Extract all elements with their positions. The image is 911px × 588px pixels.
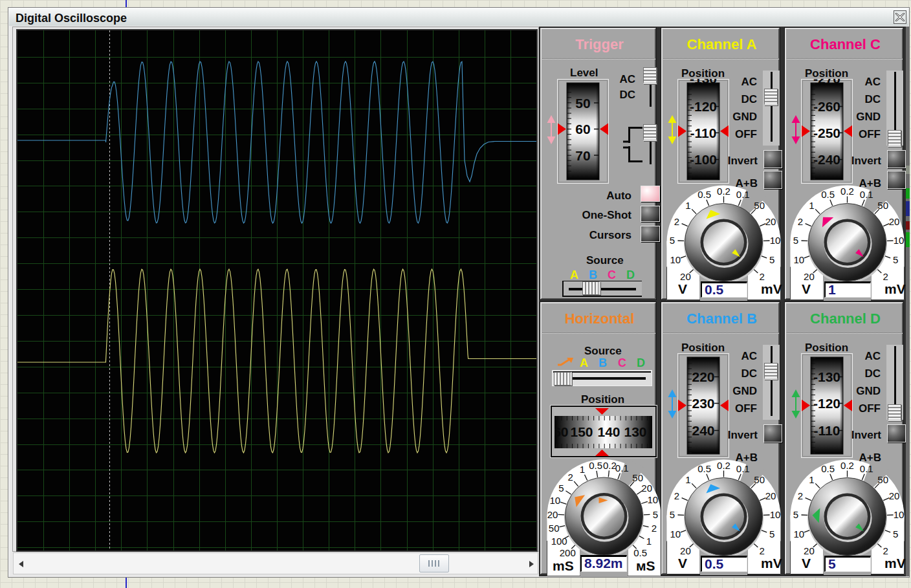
svg-text:200: 200: [560, 547, 576, 558]
svg-text:50: 50: [877, 200, 888, 211]
svg-text:50: 50: [575, 96, 590, 111]
svg-text:2: 2: [674, 216, 679, 227]
svg-text:20: 20: [641, 483, 652, 494]
svg-text:5: 5: [893, 254, 898, 265]
svg-text:2: 2: [759, 271, 764, 282]
svg-text:10: 10: [549, 495, 560, 506]
svg-text:5: 5: [653, 509, 658, 520]
svg-text:20: 20: [804, 271, 815, 282]
svg-text:0.5: 0.5: [589, 460, 602, 471]
svg-text:2: 2: [798, 216, 803, 227]
svg-text:0.2: 0.2: [717, 460, 730, 471]
svg-text:10: 10: [793, 254, 804, 265]
svg-text:5: 5: [670, 235, 675, 246]
svg-text:0.1: 0.1: [860, 463, 873, 474]
svg-text:-130: -130: [690, 79, 717, 86]
svg-text:20: 20: [680, 545, 691, 556]
svg-text:20: 20: [804, 545, 815, 556]
svg-text:1: 1: [809, 200, 814, 211]
svg-text:2: 2: [652, 523, 657, 534]
svg-text:5: 5: [793, 509, 798, 520]
svg-text:230: 230: [692, 396, 714, 411]
svg-text:130: 130: [624, 424, 646, 439]
svg-text:0.5: 0.5: [697, 189, 711, 200]
svg-text:0.1: 0.1: [736, 189, 750, 200]
svg-text:10: 10: [670, 528, 681, 539]
svg-text:100: 100: [551, 536, 567, 547]
svg-text:0.5: 0.5: [821, 189, 835, 200]
svg-text:0.2: 0.2: [603, 460, 617, 471]
svg-text:-110: -110: [690, 125, 717, 140]
svg-text:5: 5: [893, 528, 898, 539]
svg-text:1: 1: [685, 474, 690, 485]
svg-text:0.1: 0.1: [736, 463, 750, 474]
svg-text:5: 5: [670, 509, 675, 520]
svg-text:0.1: 0.1: [615, 463, 629, 474]
svg-text:10: 10: [770, 509, 781, 520]
svg-text:140: 140: [597, 424, 620, 439]
svg-text:5: 5: [769, 254, 774, 265]
svg-text:20: 20: [765, 216, 776, 227]
svg-text:-120: -120: [813, 396, 840, 411]
svg-text:150: 150: [570, 424, 593, 439]
svg-text:60: 60: [575, 122, 590, 136]
svg-text:1: 1: [685, 200, 690, 211]
svg-text:2: 2: [674, 490, 679, 501]
svg-text:220: 220: [692, 369, 714, 384]
svg-text:2: 2: [798, 490, 803, 501]
svg-text:0.5: 0.5: [697, 463, 711, 474]
svg-text:1: 1: [646, 536, 652, 547]
svg-text:2: 2: [568, 472, 573, 483]
svg-text:1: 1: [809, 474, 814, 485]
svg-text:-100: -100: [690, 152, 717, 167]
svg-text:0.1: 0.1: [860, 189, 873, 200]
svg-text:2: 2: [759, 545, 764, 556]
svg-text:20: 20: [889, 216, 900, 227]
svg-text:50: 50: [754, 474, 765, 485]
svg-text:1: 1: [580, 464, 585, 475]
svg-text:160: 160: [554, 424, 569, 439]
svg-text:50: 50: [632, 472, 643, 483]
svg-text:0.2: 0.2: [840, 186, 854, 197]
svg-text:10: 10: [793, 528, 804, 539]
svg-text:0.2: 0.2: [717, 186, 730, 197]
svg-text:50: 50: [754, 200, 765, 211]
svg-text:240: 240: [692, 423, 714, 438]
svg-text:70: 70: [575, 148, 590, 163]
svg-text:5: 5: [793, 235, 798, 246]
svg-text:-270: -270: [813, 79, 840, 86]
svg-text:10: 10: [647, 494, 658, 505]
svg-text:2: 2: [883, 545, 888, 556]
svg-text:-120: -120: [690, 99, 717, 114]
svg-text:-130: -130: [813, 369, 840, 384]
svg-text:20: 20: [765, 490, 776, 501]
svg-text:0.2: 0.2: [840, 460, 854, 471]
svg-text:5: 5: [558, 483, 564, 494]
svg-text:50: 50: [877, 474, 888, 485]
svg-text:20: 20: [889, 490, 900, 501]
svg-text:-110: -110: [814, 423, 840, 438]
svg-text:20: 20: [680, 271, 691, 282]
svg-text:20: 20: [547, 509, 558, 520]
svg-text:-250: -250: [813, 125, 840, 140]
svg-text:5: 5: [769, 528, 774, 539]
svg-text:0.5: 0.5: [821, 463, 835, 474]
svg-text:2: 2: [883, 271, 888, 282]
svg-text:10: 10: [770, 235, 781, 246]
svg-text:10: 10: [894, 235, 905, 246]
svg-text:-240: -240: [813, 152, 840, 167]
svg-text:50: 50: [549, 523, 560, 534]
svg-text:10: 10: [894, 509, 905, 520]
svg-text:10: 10: [670, 254, 681, 265]
svg-text:0.5: 0.5: [633, 547, 647, 558]
svg-text:-260: -260: [813, 99, 840, 114]
